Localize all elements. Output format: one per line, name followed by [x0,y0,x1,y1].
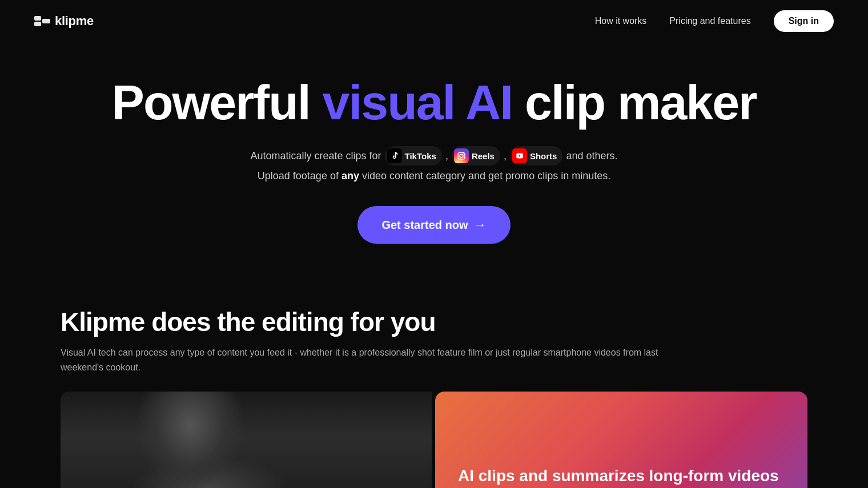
hero-title-part1: Powerful [112,75,323,130]
navbar: klipme How it works Pricing and features… [0,0,868,42]
hero-title-accent: visual AI [323,75,513,130]
logo-icon [34,15,50,27]
instagram-icon [454,148,469,163]
youtube-label: Shorts [530,151,557,161]
cta-label: Get started now [381,219,468,232]
video-figure [61,392,432,488]
nav-links: How it works Pricing and features Sign i… [595,10,834,32]
subtitle-post: and others. [566,150,617,162]
hero-subtitle-line2: Upload footage of any video content cate… [23,168,845,184]
video-preview [61,392,432,488]
features-content-row: AI clips and summarizes long-form videos [61,392,807,488]
youtube-badge: Shorts [510,146,563,166]
platform-list: Automatically create clips for TikToks ,… [250,146,617,166]
tiktok-icon [387,148,402,163]
instagram-label: Reels [472,151,495,161]
tiktok-label: TikToks [405,151,436,161]
tiktok-badge: TikToks [385,146,442,166]
subtitle2-accent: any [341,170,359,182]
cta-button[interactable]: Get started now → [357,206,510,244]
svg-rect-3 [458,152,465,159]
nav-how-it-works[interactable]: How it works [595,16,647,26]
subtitle-pre: Automatically create clips for [250,150,381,162]
comma1: , [445,150,448,162]
features-description: Visual AI tech can process any type of c… [61,345,689,374]
comma2: , [504,150,507,162]
feature-card-title: AI clips and summarizes long-form videos [458,466,785,486]
svg-rect-2 [42,19,50,23]
svg-point-5 [463,154,464,155]
subtitle2-post: video content category and get promo cli… [359,170,610,182]
features-section: Klipme does the editing for you Visual A… [0,267,868,488]
youtube-icon [512,148,527,163]
svg-rect-0 [34,16,41,21]
sign-in-button[interactable]: Sign in [774,10,834,32]
hero-section: Powerful visual AI clip maker Automatica… [0,42,868,267]
svg-rect-1 [34,22,41,26]
instagram-badge: Reels [452,146,500,166]
feature-card: AI clips and summarizes long-form videos [435,392,807,488]
hero-title-part2: clip maker [512,75,756,130]
logo-text: klipme [55,14,94,29]
svg-point-4 [460,154,463,158]
logo[interactable]: klipme [34,14,94,29]
hero-title: Powerful visual AI clip maker [23,76,845,128]
cta-arrow-icon: → [474,217,487,232]
subtitle2-pre: Upload footage of [258,170,341,182]
features-title: Klipme does the editing for you [61,306,807,337]
nav-pricing[interactable]: Pricing and features [669,16,750,26]
